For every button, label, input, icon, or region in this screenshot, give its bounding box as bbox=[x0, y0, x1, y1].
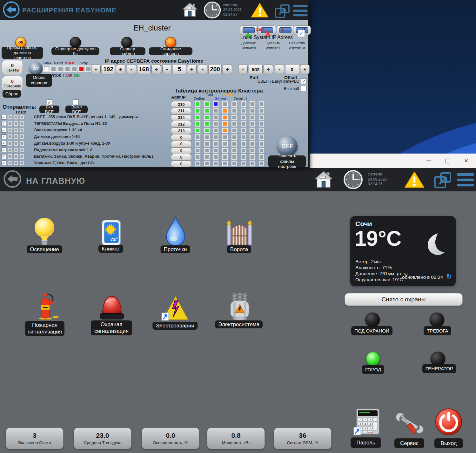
home-button[interactable] bbox=[314, 170, 333, 189]
maximize-button[interactable] bbox=[439, 154, 457, 168]
exit-button[interactable] bbox=[435, 408, 462, 436]
ext-back-button[interactable] bbox=[3, 1, 20, 18]
disable-all-button[interactable]: Выкл ВСЁ bbox=[65, 106, 88, 113]
lost-button[interactable]: 0 Потеряно bbox=[2, 76, 23, 91]
txrx-box[interactable] bbox=[20, 121, 24, 126]
tile-gates[interactable] bbox=[226, 219, 253, 245]
tile-climate[interactable]: 73° bbox=[100, 219, 122, 247]
port-minus-button[interactable]: - bbox=[238, 64, 248, 74]
password-button[interactable]: 123 456 789 0CE bbox=[353, 408, 381, 437]
element-3-button[interactable] bbox=[277, 25, 294, 35]
clock-button[interactable] bbox=[343, 169, 363, 190]
txrx-box[interactable] bbox=[8, 115, 12, 119]
popout-button[interactable] bbox=[433, 171, 452, 189]
subsystem-checkbox[interactable]: ✓ bbox=[1, 128, 6, 133]
menu-button[interactable] bbox=[457, 173, 474, 187]
addr-ip-button[interactable]: 212 bbox=[171, 121, 192, 127]
txrx-box[interactable] bbox=[14, 115, 18, 119]
octet1-plus-button[interactable]: + bbox=[116, 64, 125, 74]
tile-electric-faults-label[interactable]: Электроаварии bbox=[152, 322, 198, 330]
ext-clock-button[interactable] bbox=[203, 1, 221, 19]
exit-label[interactable]: Выход bbox=[434, 438, 463, 448]
txrx-box[interactable] bbox=[8, 148, 12, 152]
txrx-box[interactable] bbox=[8, 161, 12, 165]
tile-electric-system-label[interactable]: Электросистема bbox=[215, 320, 263, 328]
subsystem-checkbox[interactable]: ✓ bbox=[1, 115, 6, 120]
packets-button[interactable]: 0 Пакеты bbox=[2, 60, 23, 75]
tile-climate-label[interactable]: Климат bbox=[98, 245, 123, 253]
service-button[interactable] bbox=[395, 409, 425, 437]
addr-ip-button[interactable]: 0 bbox=[171, 148, 192, 154]
octet3-plus-button[interactable]: + bbox=[187, 64, 197, 74]
tile-security-alarm-label[interactable]: Охраная сигнализация bbox=[91, 320, 132, 335]
addr-ip-button[interactable]: 214 bbox=[171, 114, 192, 121]
txrx-box[interactable] bbox=[20, 115, 24, 119]
txrx-box[interactable] bbox=[14, 148, 18, 152]
service-label[interactable]: Сервис bbox=[394, 438, 424, 448]
disarm-status-button[interactable]: Снято с охраны bbox=[345, 293, 463, 306]
txrx-box[interactable] bbox=[14, 161, 18, 165]
ext-menu-button[interactable] bbox=[293, 4, 308, 17]
octet3-minus-button[interactable]: - bbox=[162, 64, 172, 74]
addr-ip-button[interactable]: 0 bbox=[171, 134, 192, 141]
tile-electric-faults[interactable] bbox=[160, 295, 190, 322]
tile-electric-system[interactable] bbox=[226, 292, 253, 321]
txrx-box[interactable] bbox=[20, 128, 24, 132]
octet1-minus-button[interactable]: - bbox=[91, 64, 101, 74]
oven-plc-checkbox[interactable]: ✓ bbox=[301, 79, 306, 84]
subsystem-checkbox[interactable]: ✓ bbox=[1, 134, 6, 139]
txrx-box[interactable] bbox=[14, 154, 18, 159]
enable-all-checkbox[interactable]: ✓ bbox=[47, 100, 52, 105]
password-label[interactable]: Пароль bbox=[351, 437, 381, 448]
txrx-box[interactable] bbox=[14, 121, 18, 126]
txrx-box[interactable] bbox=[20, 154, 24, 159]
txrx-box[interactable] bbox=[14, 128, 18, 132]
txrx-box[interactable] bbox=[8, 134, 12, 139]
txrx-box[interactable] bbox=[20, 134, 24, 139]
offset-minus-button[interactable]: - bbox=[275, 64, 284, 74]
offset-plus-button[interactable]: + bbox=[300, 64, 310, 74]
close-button[interactable]: × bbox=[457, 154, 475, 168]
tile-lighting[interactable] bbox=[32, 217, 57, 246]
txrx-box[interactable] bbox=[8, 121, 12, 126]
poll-server-button[interactable]: OFF bbox=[29, 62, 43, 75]
enable-all-button[interactable]: Вкл ВСЁ bbox=[39, 106, 59, 113]
tile-leaks[interactable] bbox=[165, 216, 186, 246]
subsystem-checkbox[interactable]: ✓ bbox=[1, 161, 6, 165]
tile-security-alarm[interactable] bbox=[97, 292, 127, 322]
subsystem-checkbox[interactable]: ✓ bbox=[1, 154, 6, 159]
addr-ip-button[interactable]: 210 bbox=[171, 101, 192, 108]
port-plus-button[interactable]: + bbox=[264, 64, 273, 74]
tile-lighting-label[interactable]: Освещение bbox=[27, 245, 62, 253]
addr-ip-button[interactable]: 213 bbox=[171, 127, 192, 134]
addr-ip-button[interactable]: 0 bbox=[171, 141, 192, 148]
txrx-box[interactable] bbox=[20, 141, 24, 146]
reset-button[interactable]: Сброс bbox=[3, 90, 21, 98]
addr-ip-button[interactable]: 0 bbox=[171, 154, 192, 161]
txrx-box[interactable] bbox=[14, 141, 18, 146]
refresh-icon[interactable]: ↻ bbox=[446, 273, 452, 280]
octet4-minus-button[interactable]: - bbox=[198, 64, 207, 74]
ext-popout-button[interactable] bbox=[274, 3, 290, 19]
subsystem-checkbox[interactable]: ✓ bbox=[1, 141, 6, 146]
subsystem-checkbox[interactable]: ✓ bbox=[1, 121, 6, 126]
octet2-plus-button[interactable]: + bbox=[151, 64, 161, 74]
alarm-button[interactable] bbox=[404, 171, 425, 189]
txrx-box[interactable] bbox=[14, 134, 18, 139]
octet4-plus-button[interactable]: + bbox=[223, 64, 232, 74]
addr-ip-button[interactable]: 0 bbox=[171, 161, 192, 167]
txrx-box[interactable] bbox=[8, 128, 12, 132]
tile-leaks-label[interactable]: Протечки bbox=[160, 245, 190, 253]
minimize-button[interactable] bbox=[419, 154, 438, 168]
back-button[interactable] bbox=[3, 170, 22, 188]
octet2-minus-button[interactable]: - bbox=[127, 64, 136, 74]
txrx-box[interactable] bbox=[8, 141, 12, 146]
tile-fire-alarm-label[interactable]: Пожарная сигнализация bbox=[25, 321, 64, 336]
subsystem-checkbox[interactable]: ✓ bbox=[1, 148, 6, 152]
txrx-box[interactable] bbox=[20, 148, 24, 152]
ext-home-button[interactable] bbox=[182, 2, 198, 18]
tile-gates-label[interactable]: Ворота bbox=[227, 245, 251, 253]
tile-fire-alarm[interactable] bbox=[31, 291, 62, 321]
txrx-box[interactable] bbox=[8, 154, 12, 159]
beckhoff-checkbox[interactable] bbox=[301, 86, 306, 91]
